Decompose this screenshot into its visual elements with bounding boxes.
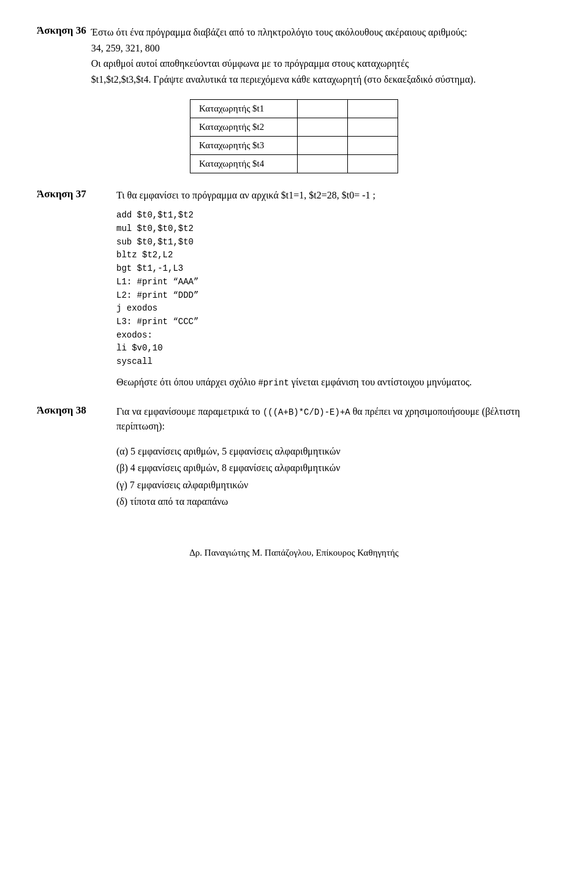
register-t2-value2 [347, 118, 398, 137]
option-delta-key: (δ) [116, 496, 127, 507]
register-table-wrapper: Καταχωρητής $t1 Καταχωρητής $t2 Καταχωρη… [37, 99, 551, 173]
exercise-36-line1: Έστω ότι ένα πρόγραμμα διαβάζει από το π… [91, 27, 467, 37]
exercise-38: Άσκηση 38 Για να εμφανίσουμε παραμετρικά… [37, 404, 551, 511]
list-item: (β) 4 εμφανίσεις αριθμών, 8 εμφανίσεις α… [116, 460, 551, 476]
exercise-37-label: Άσκηση 37 [37, 188, 116, 389]
exercise-37: Άσκηση 37 Τι θα εμφανίσει το πρόγραμμα α… [37, 188, 551, 389]
exercise-37-note1: Θεωρήστε ότι όπου υπάρχει σχόλιο [116, 377, 255, 387]
exercise-38-intro: Για να εμφανίσουμε παραμετρικά το (((A+B… [116, 404, 551, 434]
exercise-37-content: Τι θα εμφανίσει το πρόγραμμα αν αρχικά $… [116, 188, 551, 389]
exercise-37-note: Θεωρήστε ότι όπου υπάρχει σχόλιο #print … [116, 375, 551, 390]
register-t1-value [297, 100, 347, 118]
exercise-36: Άσκηση 36 Έστω ότι ένα πρόγραμμα διαβάζε… [37, 25, 551, 173]
footer-text: Δρ. Παναγιώτης Μ. Παπάζογλου, Επίκουρος … [189, 548, 399, 557]
table-row: Καταχωρητής $t2 [190, 118, 398, 137]
exercise-38-text1: Για να εμφανίσουμε παραμετρικά το [116, 406, 260, 417]
register-t1-label: Καταχωρητής $t1 [190, 100, 298, 118]
exercise-36-text: Έστω ότι ένα πρόγραμμα διαβάζει από το π… [91, 25, 476, 87]
table-row: Καταχωρητής $t4 [190, 155, 398, 173]
exercise-36-line3: Οι αριθμοί αυτοί αποθηκεύονται σύμφωνα μ… [91, 58, 409, 69]
exercise-37-intro: Τι θα εμφανίσει το πρόγραμμα αν αρχικά $… [116, 190, 375, 200]
exercise-38-options: (α) 5 εμφανίσεις αριθμών, 5 εμφανίσεις α… [116, 444, 551, 510]
exercise-37-code: add $t0,$t1,$t2 mul $t0,$t0,$t2 sub $t0,… [116, 209, 551, 368]
option-gamma-key: (γ) [116, 480, 127, 490]
exercise-36-line4: $t1,$t2,$t3,$t4. Γράψτε αναλυτικά τα περ… [91, 74, 476, 85]
exercise-37-note2: γίνεται εμφάνιση του αντίστοιχου μηνύματ… [292, 377, 472, 387]
option-beta-key: (β) [116, 463, 128, 473]
exercise-38-label: Άσκηση 38 [37, 404, 116, 511]
list-item: (δ) τίποτα από τα παραπάνω [116, 494, 551, 510]
register-t3-value [297, 137, 347, 155]
register-t3-value2 [347, 137, 398, 155]
option-alpha-text: 5 εμφανίσεις αριθμών, 5 εμφανίσεις αλφαρ… [130, 446, 341, 456]
register-t4-value [297, 155, 347, 173]
table-row: Καταχωρητής $t1 [190, 100, 398, 118]
exercise-38-formula: (((A+B)*C/D)-E)+A [263, 407, 350, 417]
exercise-36-label: Άσκηση 36 [37, 25, 86, 87]
register-t3-label: Καταχωρητής $t3 [190, 137, 298, 155]
list-item: (α) 5 εμφανίσεις αριθμών, 5 εμφανίσεις α… [116, 444, 551, 459]
register-t2-label: Καταχωρητής $t2 [190, 118, 298, 137]
register-t4-label: Καταχωρητής $t4 [190, 155, 298, 173]
option-alpha-key: (α) [116, 446, 128, 456]
option-gamma-text: 7 εμφανίσεις αλφαριθμητικών [130, 480, 249, 490]
register-t4-value2 [347, 155, 398, 173]
register-table: Καταχωρητής $t1 Καταχωρητής $t2 Καταχωρη… [190, 99, 398, 173]
table-row: Καταχωρητής $t3 [190, 137, 398, 155]
exercise-38-content: Για να εμφανίσουμε παραμετρικά το (((A+B… [116, 404, 551, 511]
exercise-37-note-code: #print [258, 378, 288, 388]
footer: Δρ. Παναγιώτης Μ. Παπάζογλου, Επίκουρος … [37, 548, 551, 558]
register-t1-value2 [347, 100, 398, 118]
option-delta-text: τίποτα από τα παραπάνω [130, 496, 228, 507]
exercise-36-line2: 34, 259, 321, 800 [91, 43, 160, 53]
list-item: (γ) 7 εμφανίσεις αλφαριθμητικών [116, 477, 551, 493]
option-beta-text: 4 εμφανίσεις αριθμών, 8 εμφανίσεις αλφαρ… [130, 463, 341, 473]
register-t2-value [297, 118, 347, 137]
